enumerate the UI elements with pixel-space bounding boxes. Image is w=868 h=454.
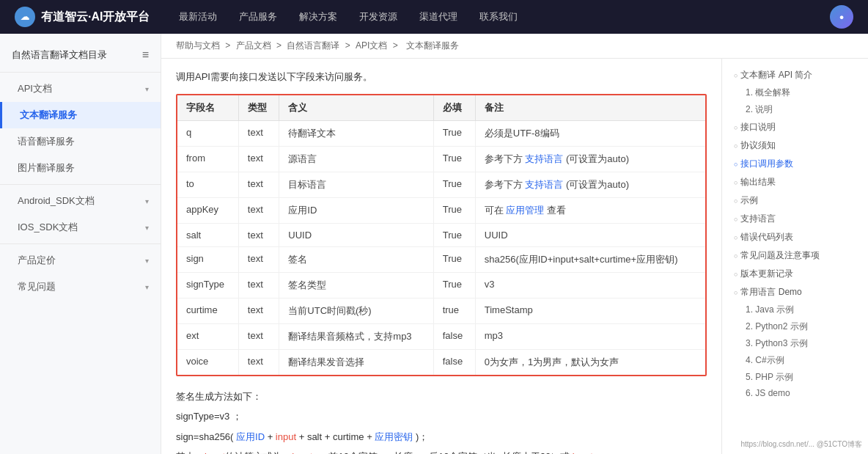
table-row: appKey text 应用ID True 可在 应用管理 查看: [177, 198, 705, 224]
right-sidebar-item-changelog[interactable]: 版本更新记录: [734, 265, 856, 283]
table-row: sign text 签名 True sha256(应用ID+input+salt…: [177, 247, 705, 273]
cell-note: 必须是UTF-8编码: [475, 121, 705, 147]
link-supported-lang-to[interactable]: 支持语言: [525, 179, 563, 190]
user-avatar[interactable]: ●: [830, 5, 853, 29]
nav-link-2[interactable]: 产品服务: [239, 10, 277, 23]
right-sidebar-sub-csharp[interactable]: 4. C#示例: [734, 352, 856, 369]
sidebar-item-faq[interactable]: 常见问题 ▾: [0, 274, 161, 300]
cell-meaning: 签名: [279, 247, 433, 273]
cell-field: sign: [177, 247, 238, 273]
right-sidebar-sub-1[interactable]: 1. 概全解释: [734, 84, 856, 101]
cell-field: to: [177, 172, 238, 198]
chevron-down-icon-4: ▾: [145, 257, 149, 265]
table-row: curtime text 当前UTC时间戳(秒) true TimeStamp: [177, 299, 705, 324]
right-sidebar-sub-java[interactable]: 1. Java 示例: [734, 301, 856, 318]
api-table: 字段名 类型 含义 必填 备注 q text: [177, 95, 705, 375]
link-supported-lang-from[interactable]: 支持语言: [525, 153, 563, 164]
cell-required: True: [433, 247, 475, 273]
link-app-manage[interactable]: 应用管理: [506, 205, 544, 216]
sidebar-item-api-docs[interactable]: API文档 ▾: [0, 76, 161, 102]
sidebar-divider-3: [0, 244, 161, 244]
col-header-note: 备注: [475, 95, 705, 121]
right-sidebar-item-intro[interactable]: 文本翻译 API 简介: [734, 66, 856, 84]
table-row: from text 源语言 True 参考下方 支持语言 (可设置为auto): [177, 147, 705, 172]
nav-link-1[interactable]: 最新活动: [179, 10, 217, 23]
page-layout: 自然语言翻译文档目录 ≡ API文档 ▾ 文本翻译服务 语音翻译服务 图片翻译服…: [0, 34, 868, 454]
cell-meaning: 源语言: [279, 147, 433, 172]
cell-field: curtime: [177, 299, 238, 324]
cell-note: 0为女声，1为男声，默认为女声: [475, 350, 705, 376]
sidebar-item-voice-translate[interactable]: 语音翻译服务: [0, 128, 161, 155]
cell-note: UUID: [475, 224, 705, 247]
cell-required: true: [433, 299, 475, 324]
table-row: to text 目标语言 True 参考下方 支持语言 (可设置为auto): [177, 172, 705, 198]
col-header-field: 字段名: [177, 95, 238, 121]
cell-required: false: [433, 350, 475, 376]
right-sidebar-item-protocol[interactable]: 协议须知: [734, 136, 856, 155]
menu-icon: ≡: [142, 48, 149, 62]
right-sidebar-sub-php[interactable]: 5. PHP 示例: [734, 369, 856, 386]
right-sidebar-item-languages[interactable]: 支持语言: [734, 210, 856, 228]
right-sidebar-item-params[interactable]: 接口调用参数: [734, 155, 856, 173]
cell-required: True: [433, 273, 475, 299]
right-sidebar-item-demo[interactable]: 常用语言 Demo: [734, 283, 856, 301]
nav-link-5[interactable]: 渠道代理: [419, 10, 457, 23]
nav-link-6[interactable]: 联系我们: [479, 10, 518, 23]
right-sidebar-item-error-codes[interactable]: 错误代码列表: [734, 228, 856, 246]
cell-type: text: [238, 147, 279, 172]
cell-meaning: 翻译结果音频格式，支持mp3: [279, 324, 433, 350]
cell-meaning: UUID: [279, 224, 433, 247]
cell-field: appKey: [177, 198, 238, 224]
sign-appid-link[interactable]: 应用ID: [236, 431, 265, 442]
cell-meaning: 待翻译文本: [279, 121, 433, 147]
cell-note: v3: [475, 273, 705, 299]
breadcrumb-product[interactable]: 产品文档: [236, 40, 271, 51]
sidebar-item-ios-sdk[interactable]: IOS_SDK文档 ▾: [0, 214, 161, 241]
breadcrumb-api[interactable]: API文档: [356, 40, 387, 51]
cell-required: True: [433, 172, 475, 198]
cell-field: ext: [177, 324, 238, 350]
sign-line1: signType=v3 ；: [176, 408, 707, 425]
sidebar-divider-1: [0, 72, 161, 73]
intro-text: 调用API需要向接口发送以下字段来访问服务。: [176, 70, 707, 84]
cell-note: TimeStamp: [475, 299, 705, 324]
nav-link-3[interactable]: 解决方案: [299, 10, 337, 23]
right-sidebar-sub-2[interactable]: 2. 说明: [734, 101, 856, 118]
top-navigation: ☁ 有道智云·AI开放平台 最新活动 产品服务 解决方案 开发资源 渠道代理 联…: [0, 0, 868, 34]
right-sidebar-item-example[interactable]: 示例: [734, 191, 856, 210]
cell-meaning: 应用ID: [279, 198, 433, 224]
nav-link-4[interactable]: 开发资源: [359, 10, 397, 23]
right-sidebar: 文本翻译 API 简介 1. 概全解释 2. 说明 接口说明 协议须知 接口调用…: [721, 59, 868, 454]
cell-required: True: [433, 121, 475, 147]
right-sidebar-sub-js[interactable]: 6. JS demo: [734, 386, 856, 400]
chevron-down-icon-3: ▾: [145, 224, 149, 232]
right-sidebar-item-faq[interactable]: 常见问题及注意事项: [734, 246, 856, 265]
breadcrumb-help[interactable]: 帮助与文档: [176, 40, 220, 51]
breadcrumb-nlp[interactable]: 自然语言翻译: [287, 40, 339, 51]
cell-type: text: [238, 350, 279, 376]
sidebar-item-text-translate[interactable]: 文本翻译服务: [0, 102, 161, 128]
cell-type: text: [238, 247, 279, 273]
col-header-required: 必填: [433, 95, 475, 121]
cell-meaning: 翻译结果发音选择: [279, 350, 433, 376]
cell-note: mp3: [475, 324, 705, 350]
sign-section: 签名生成方法如下： signType=v3 ； sign=sha256( 应用I…: [176, 388, 707, 454]
sidebar-item-android-sdk[interactable]: Android_SDK文档 ▾: [0, 188, 161, 214]
right-sidebar-sub-python2[interactable]: 2. Python2 示例: [734, 318, 856, 335]
sidebar-item-image-translate[interactable]: 图片翻译服务: [0, 155, 161, 181]
chevron-down-icon-5: ▾: [145, 283, 149, 291]
cell-required: True: [433, 224, 475, 247]
sidebar-item-pricing[interactable]: 产品定价 ▾: [0, 247, 161, 274]
right-sidebar-item-output[interactable]: 输出结果: [734, 173, 856, 191]
right-sidebar-sub-python3[interactable]: 3. Python3 示例: [734, 335, 856, 352]
sidebar-top-title[interactable]: 自然语言翻译文档目录 ≡: [0, 41, 161, 69]
cell-field: from: [177, 147, 238, 172]
sign-appkey-link[interactable]: 应用密钥: [375, 431, 413, 442]
nav-links: 最新活动 产品服务 解决方案 开发资源 渠道代理 联系我们: [179, 10, 830, 23]
sign-line3: 其中，input的计算方式为：input = q前10个字符 + q长度 + q…: [176, 448, 707, 454]
right-sidebar-item-interface[interactable]: 接口说明: [734, 118, 856, 136]
table-row: ext text 翻译结果音频格式，支持mp3 false mp3: [177, 324, 705, 350]
cell-field: salt: [177, 224, 238, 247]
table-row: q text 待翻译文本 True 必须是UTF-8编码: [177, 121, 705, 147]
sign-title: 签名生成方法如下：: [176, 388, 707, 405]
